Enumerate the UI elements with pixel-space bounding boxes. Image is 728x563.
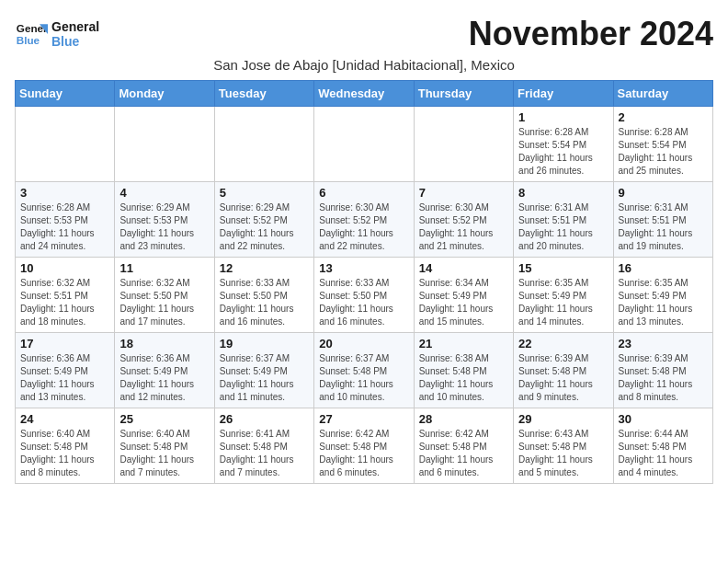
logo: General Blue General Blue [15,17,99,51]
day-info: Sunrise: 6:32 AM Sunset: 5:51 PM Dayligh… [20,277,109,328]
day-cell: 26Sunrise: 6:41 AM Sunset: 5:48 PM Dayli… [214,408,313,484]
logo-line2: Blue [51,34,99,49]
week-row-5: 24Sunrise: 6:40 AM Sunset: 5:48 PM Dayli… [16,408,713,484]
week-row-3: 10Sunrise: 6:32 AM Sunset: 5:51 PM Dayli… [16,258,713,333]
day-cell: 9Sunrise: 6:31 AM Sunset: 5:51 PM Daylig… [613,182,712,258]
day-number: 29 [518,412,608,426]
day-info: Sunrise: 6:42 AM Sunset: 5:48 PM Dayligh… [319,428,408,479]
day-number: 22 [518,337,608,350]
day-cell: 15Sunrise: 6:35 AM Sunset: 5:49 PM Dayli… [514,258,613,333]
day-info: Sunrise: 6:31 AM Sunset: 5:51 PM Dayligh… [619,201,708,253]
day-number: 4 [119,186,209,200]
day-number: 19 [220,337,309,350]
day-cell [115,107,214,182]
day-number: 15 [518,261,608,275]
day-info: Sunrise: 6:36 AM Sunset: 5:49 PM Dayligh… [20,352,109,404]
day-number: 24 [20,412,109,426]
day-cell: 28Sunrise: 6:42 AM Sunset: 5:48 PM Dayli… [414,408,513,484]
week-row-2: 3Sunrise: 6:28 AM Sunset: 5:53 PM Daylig… [16,182,713,258]
day-info: Sunrise: 6:42 AM Sunset: 5:48 PM Dayligh… [419,428,508,479]
header-day-sunday: Sunday [16,81,115,107]
day-cell: 30Sunrise: 6:44 AM Sunset: 5:48 PM Dayli… [613,408,712,484]
day-number: 30 [619,412,708,426]
day-cell: 3Sunrise: 6:28 AM Sunset: 5:53 PM Daylig… [16,182,115,258]
day-cell: 16Sunrise: 6:35 AM Sunset: 5:49 PM Dayli… [613,258,712,333]
day-cell [414,107,513,182]
day-cell: 19Sunrise: 6:37 AM Sunset: 5:49 PM Dayli… [214,333,313,408]
day-info: Sunrise: 6:28 AM Sunset: 5:53 PM Dayligh… [20,201,109,253]
day-number: 14 [419,261,508,275]
day-cell: 20Sunrise: 6:37 AM Sunset: 5:48 PM Dayli… [314,333,414,408]
week-row-1: 1Sunrise: 6:28 AM Sunset: 5:54 PM Daylig… [16,107,713,182]
day-info: Sunrise: 6:33 AM Sunset: 5:50 PM Dayligh… [220,277,309,328]
day-number: 10 [20,261,109,275]
day-cell: 23Sunrise: 6:39 AM Sunset: 5:48 PM Dayli… [613,333,712,408]
day-info: Sunrise: 6:32 AM Sunset: 5:50 PM Dayligh… [119,277,209,328]
day-cell: 27Sunrise: 6:42 AM Sunset: 5:48 PM Dayli… [314,408,414,484]
day-cell: 22Sunrise: 6:39 AM Sunset: 5:48 PM Dayli… [514,333,613,408]
day-cell: 21Sunrise: 6:38 AM Sunset: 5:48 PM Dayli… [414,333,513,408]
day-info: Sunrise: 6:40 AM Sunset: 5:48 PM Dayligh… [20,428,109,479]
day-cell: 4Sunrise: 6:29 AM Sunset: 5:53 PM Daylig… [115,182,214,258]
day-number: 5 [220,186,309,200]
day-number: 16 [619,261,708,275]
header-day-thursday: Thursday [414,81,513,107]
day-number: 1 [518,110,608,124]
week-row-4: 17Sunrise: 6:36 AM Sunset: 5:49 PM Dayli… [16,333,713,408]
day-info: Sunrise: 6:43 AM Sunset: 5:48 PM Dayligh… [518,428,608,479]
day-cell: 6Sunrise: 6:30 AM Sunset: 5:52 PM Daylig… [314,182,414,258]
day-cell: 25Sunrise: 6:40 AM Sunset: 5:48 PM Dayli… [115,408,214,484]
location-title: San Jose de Abajo [Unidad Habitacional],… [15,57,713,73]
day-info: Sunrise: 6:41 AM Sunset: 5:48 PM Dayligh… [220,428,309,479]
day-number: 3 [20,186,109,200]
day-number: 20 [319,337,408,350]
header-day-saturday: Saturday [613,81,712,107]
day-cell: 13Sunrise: 6:33 AM Sunset: 5:50 PM Dayli… [314,258,414,333]
day-number: 21 [419,337,508,350]
day-cell: 2Sunrise: 6:28 AM Sunset: 5:54 PM Daylig… [613,107,712,182]
day-number: 9 [619,186,708,200]
day-number: 27 [319,412,408,426]
day-number: 6 [319,186,408,200]
day-number: 11 [119,261,209,275]
day-info: Sunrise: 6:28 AM Sunset: 5:54 PM Dayligh… [518,126,608,178]
day-info: Sunrise: 6:29 AM Sunset: 5:52 PM Dayligh… [220,201,309,253]
logo-icon: General Blue [15,17,48,51]
calendar-header: SundayMondayTuesdayWednesdayThursdayFrid… [16,81,713,107]
day-cell: 24Sunrise: 6:40 AM Sunset: 5:48 PM Dayli… [16,408,115,484]
day-info: Sunrise: 6:38 AM Sunset: 5:48 PM Dayligh… [419,352,508,404]
day-number: 8 [518,186,608,200]
day-cell [16,107,115,182]
header-day-friday: Friday [514,81,613,107]
month-title: November 2024 [469,15,713,53]
header-day-monday: Monday [115,81,214,107]
day-info: Sunrise: 6:28 AM Sunset: 5:54 PM Dayligh… [619,126,708,178]
day-info: Sunrise: 6:29 AM Sunset: 5:53 PM Dayligh… [119,201,209,253]
day-number: 17 [20,337,109,350]
calendar-body: 1Sunrise: 6:28 AM Sunset: 5:54 PM Daylig… [16,107,713,484]
day-cell: 10Sunrise: 6:32 AM Sunset: 5:51 PM Dayli… [16,258,115,333]
day-number: 7 [419,186,508,200]
day-cell: 8Sunrise: 6:31 AM Sunset: 5:51 PM Daylig… [514,182,613,258]
header-day-wednesday: Wednesday [314,81,414,107]
day-info: Sunrise: 6:39 AM Sunset: 5:48 PM Dayligh… [518,352,608,404]
day-cell [214,107,313,182]
day-cell: 12Sunrise: 6:33 AM Sunset: 5:50 PM Dayli… [214,258,313,333]
day-info: Sunrise: 6:35 AM Sunset: 5:49 PM Dayligh… [518,277,608,328]
day-cell: 7Sunrise: 6:30 AM Sunset: 5:52 PM Daylig… [414,182,513,258]
day-info: Sunrise: 6:30 AM Sunset: 5:52 PM Dayligh… [319,201,408,253]
day-number: 26 [220,412,309,426]
day-number: 13 [319,261,408,275]
calendar-table: SundayMondayTuesdayWednesdayThursdayFrid… [15,80,713,484]
day-cell: 17Sunrise: 6:36 AM Sunset: 5:49 PM Dayli… [16,333,115,408]
header-day-tuesday: Tuesday [214,81,313,107]
day-number: 18 [119,337,209,350]
day-info: Sunrise: 6:40 AM Sunset: 5:48 PM Dayligh… [119,428,209,479]
day-info: Sunrise: 6:37 AM Sunset: 5:48 PM Dayligh… [319,352,408,404]
day-info: Sunrise: 6:33 AM Sunset: 5:50 PM Dayligh… [319,277,408,328]
day-number: 2 [619,110,708,124]
day-info: Sunrise: 6:35 AM Sunset: 5:49 PM Dayligh… [619,277,708,328]
day-info: Sunrise: 6:34 AM Sunset: 5:49 PM Dayligh… [419,277,508,328]
day-info: Sunrise: 6:37 AM Sunset: 5:49 PM Dayligh… [220,352,309,404]
day-info: Sunrise: 6:30 AM Sunset: 5:52 PM Dayligh… [419,201,508,253]
